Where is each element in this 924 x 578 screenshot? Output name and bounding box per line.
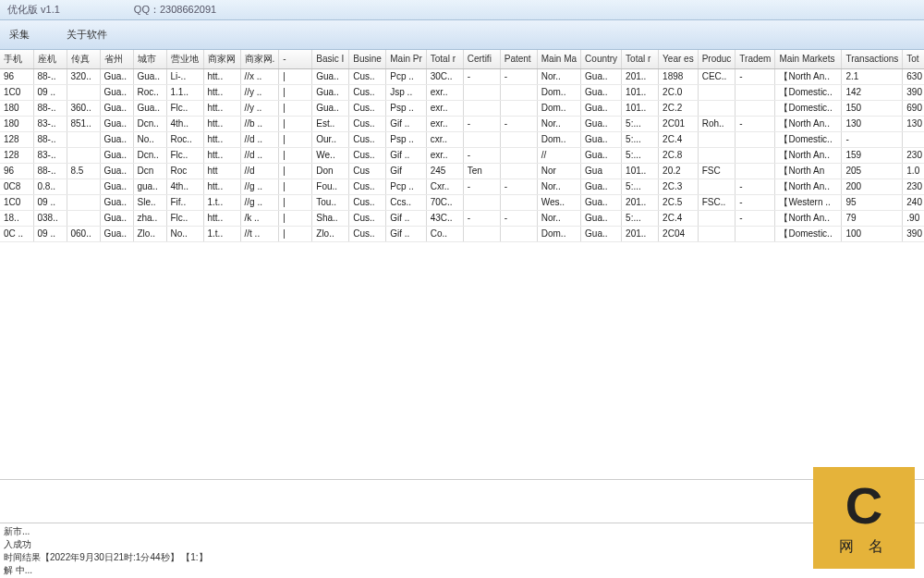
table-cell: Dcn.. xyxy=(133,147,166,163)
table-cell: 【North An.. xyxy=(775,68,842,84)
table-cell xyxy=(736,131,775,147)
table-row[interactable]: 1C009 ..Gua..Roc..1.1..htt..//y ..|Gua..… xyxy=(0,84,924,100)
table-row[interactable]: 9688-..8.5Gua..DcnRochtt//d|DonCusGif245… xyxy=(0,163,924,178)
table-cell: Gua.. xyxy=(100,210,133,226)
table-cell xyxy=(463,131,500,147)
column-header[interactable]: 传真 xyxy=(67,50,100,68)
table-row[interactable]: 18..038..Gua..zha..Flc..htt../k ..|Sha..… xyxy=(0,210,924,226)
table-cell: | xyxy=(279,163,312,178)
table-cell xyxy=(698,210,736,226)
logo-badge: C 网 名 xyxy=(813,467,915,569)
table-cell: htt.. xyxy=(203,178,240,194)
column-header[interactable]: Year es xyxy=(659,50,699,68)
table-row[interactable]: 9688-..320..Gua..Gua..Li-..htt..//x ..|G… xyxy=(0,68,924,84)
menu-collect[interactable]: 采集 xyxy=(9,28,30,42)
table-row[interactable]: 1C009 ..Gua..Sle..Fif..1.t..//g ..|Tou..… xyxy=(0,194,924,210)
table-cell: 4th.. xyxy=(166,178,203,194)
table-cell: Gua.. xyxy=(581,178,622,194)
table-cell: gua.. xyxy=(133,178,166,194)
app-title: 优化版 v1.1 xyxy=(7,3,60,17)
table-cell: 390 xyxy=(903,226,924,241)
table-cell: // xyxy=(537,147,580,163)
table-cell: Gua.. xyxy=(581,226,622,241)
table-cell: 201.. xyxy=(622,226,659,241)
table-cell: Nor.. xyxy=(537,178,580,194)
table-cell: 95 xyxy=(842,194,903,210)
column-header[interactable]: Certifi xyxy=(463,50,500,68)
table-cell: 4th.. xyxy=(166,116,203,131)
table-cell: 2C.4 xyxy=(659,131,699,147)
table-cell xyxy=(698,178,736,194)
table-cell: Gua.. xyxy=(581,100,622,116)
column-header[interactable]: Total r xyxy=(622,50,659,68)
table-row[interactable]: 12883-..Gua..Dcn..Flc..htt..//d ..|We..C… xyxy=(0,147,924,163)
menubar: 采集 关于软件 xyxy=(0,20,924,50)
table-cell: - xyxy=(463,210,500,226)
table-cell: //g .. xyxy=(240,194,279,210)
column-header[interactable]: 商家网. xyxy=(240,50,279,68)
table-cell: //d .. xyxy=(240,131,279,147)
table-cell: 83-.. xyxy=(33,147,67,163)
table-cell: Gua.. xyxy=(100,84,133,100)
column-header[interactable]: 营业地 xyxy=(166,50,203,68)
table-cell xyxy=(500,131,537,147)
table-cell: Gua.. xyxy=(581,116,622,131)
table-cell: htt.. xyxy=(203,131,240,147)
column-header[interactable]: Main Pr xyxy=(386,50,426,68)
table-cell: Gua.. xyxy=(100,68,133,84)
table-row[interactable]: 12888-..Gua..No..Roc..htt..//d ..|Our..C… xyxy=(0,131,924,147)
table-container[interactable]: 手机座机传真省州城市营业地商家网商家网.-Basic IBusineMain P… xyxy=(0,50,924,480)
column-header[interactable]: Produc xyxy=(698,50,736,68)
table-cell: 128 xyxy=(0,131,33,147)
table-cell: Psp .. xyxy=(386,100,426,116)
column-header[interactable]: Country xyxy=(581,50,622,68)
column-header[interactable]: 座机 xyxy=(33,50,67,68)
table-cell xyxy=(736,226,775,241)
column-header[interactable]: Tot xyxy=(903,50,924,68)
table-cell: Cus xyxy=(349,163,386,178)
table-row[interactable]: 0C80.8..Gua..gua..4th..htt..//g ..|Fou..… xyxy=(0,178,924,194)
table-row[interactable]: 18088-..360..Gua..Gua..Flc..htt..//y ..|… xyxy=(0,100,924,116)
column-header[interactable]: Main Markets xyxy=(775,50,842,68)
column-header[interactable]: Main Ma xyxy=(537,50,580,68)
column-header[interactable]: Busine xyxy=(349,50,386,68)
logo-text: 网 名 xyxy=(839,537,889,557)
column-header[interactable]: 城市 xyxy=(133,50,166,68)
column-header[interactable]: 商家网 xyxy=(203,50,240,68)
table-cell: | xyxy=(279,226,312,241)
table-cell: 09 .. xyxy=(33,194,67,210)
table-row[interactable]: 0C ..09 ..060..Gua..Zlo..No..1.t..//t ..… xyxy=(0,226,924,241)
table-cell: //d xyxy=(240,163,279,178)
table-cell: Gif .. xyxy=(386,210,426,226)
column-header[interactable]: Total r xyxy=(426,50,463,68)
table-cell: - xyxy=(500,178,537,194)
menu-about[interactable]: 关于软件 xyxy=(67,28,107,42)
table-cell: 128 xyxy=(0,147,33,163)
table-cell: 【Domestic.. xyxy=(775,84,842,100)
column-header[interactable]: Transactions xyxy=(842,50,903,68)
table-cell: 320.. xyxy=(67,68,100,84)
column-header[interactable]: Tradem xyxy=(736,50,775,68)
table-cell xyxy=(463,84,500,100)
table-cell: - xyxy=(736,178,775,194)
table-cell: 【North An.. xyxy=(775,147,842,163)
column-header[interactable]: - xyxy=(279,50,312,68)
table-cell: //d .. xyxy=(240,147,279,163)
table-cell: Cxr.. xyxy=(426,178,463,194)
table-cell: Gua xyxy=(581,163,622,178)
table-row[interactable]: 18083-..851..Gua..Dcn..4th..htt..//b ..|… xyxy=(0,116,924,131)
table-cell: 1C0 xyxy=(0,84,33,100)
table-cell: Cus.. xyxy=(349,68,386,84)
column-header[interactable]: 省州 xyxy=(100,50,133,68)
column-header[interactable]: Patent xyxy=(500,50,537,68)
table-cell: Gua.. xyxy=(100,194,133,210)
table-cell: Nor.. xyxy=(537,116,580,131)
table-cell: 240 xyxy=(903,194,924,210)
table-cell: 851.. xyxy=(67,116,100,131)
column-header[interactable]: 手机 xyxy=(0,50,33,68)
table-cell: htt xyxy=(203,163,240,178)
column-header[interactable]: Basic I xyxy=(312,50,349,68)
table-cell xyxy=(463,100,500,116)
table-cell: htt.. xyxy=(203,68,240,84)
table-cell: exr.. xyxy=(426,84,463,100)
